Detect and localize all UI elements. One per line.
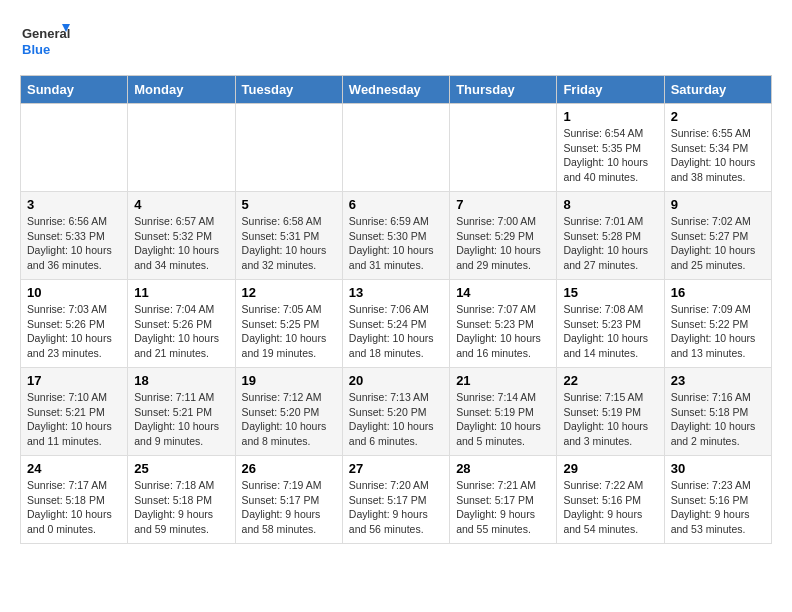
day-info: Sunrise: 7:13 AM Sunset: 5:20 PM Dayligh…	[349, 390, 443, 449]
day-number: 16	[671, 285, 765, 300]
day-cell-3: 3Sunrise: 6:56 AM Sunset: 5:33 PM Daylig…	[21, 192, 128, 280]
empty-cell	[235, 104, 342, 192]
week-row-3: 10Sunrise: 7:03 AM Sunset: 5:26 PM Dayli…	[21, 280, 772, 368]
weekday-header-tuesday: Tuesday	[235, 76, 342, 104]
week-row-4: 17Sunrise: 7:10 AM Sunset: 5:21 PM Dayli…	[21, 368, 772, 456]
svg-text:General: General	[22, 26, 70, 41]
day-cell-6: 6Sunrise: 6:59 AM Sunset: 5:30 PM Daylig…	[342, 192, 449, 280]
day-info: Sunrise: 7:02 AM Sunset: 5:27 PM Dayligh…	[671, 214, 765, 273]
day-info: Sunrise: 7:05 AM Sunset: 5:25 PM Dayligh…	[242, 302, 336, 361]
page-header: General Blue	[20, 20, 772, 65]
day-cell-16: 16Sunrise: 7:09 AM Sunset: 5:22 PM Dayli…	[664, 280, 771, 368]
day-info: Sunrise: 7:00 AM Sunset: 5:29 PM Dayligh…	[456, 214, 550, 273]
day-info: Sunrise: 6:57 AM Sunset: 5:32 PM Dayligh…	[134, 214, 228, 273]
calendar-table: SundayMondayTuesdayWednesdayThursdayFrid…	[20, 75, 772, 544]
day-number: 15	[563, 285, 657, 300]
week-row-2: 3Sunrise: 6:56 AM Sunset: 5:33 PM Daylig…	[21, 192, 772, 280]
day-cell-10: 10Sunrise: 7:03 AM Sunset: 5:26 PM Dayli…	[21, 280, 128, 368]
day-number: 11	[134, 285, 228, 300]
day-info: Sunrise: 7:10 AM Sunset: 5:21 PM Dayligh…	[27, 390, 121, 449]
day-info: Sunrise: 7:21 AM Sunset: 5:17 PM Dayligh…	[456, 478, 550, 537]
day-info: Sunrise: 7:16 AM Sunset: 5:18 PM Dayligh…	[671, 390, 765, 449]
day-cell-4: 4Sunrise: 6:57 AM Sunset: 5:32 PM Daylig…	[128, 192, 235, 280]
day-number: 3	[27, 197, 121, 212]
day-number: 18	[134, 373, 228, 388]
day-number: 5	[242, 197, 336, 212]
week-row-5: 24Sunrise: 7:17 AM Sunset: 5:18 PM Dayli…	[21, 456, 772, 544]
day-info: Sunrise: 7:17 AM Sunset: 5:18 PM Dayligh…	[27, 478, 121, 537]
day-info: Sunrise: 7:03 AM Sunset: 5:26 PM Dayligh…	[27, 302, 121, 361]
weekday-header-monday: Monday	[128, 76, 235, 104]
day-cell-1: 1Sunrise: 6:54 AM Sunset: 5:35 PM Daylig…	[557, 104, 664, 192]
empty-cell	[21, 104, 128, 192]
day-info: Sunrise: 6:54 AM Sunset: 5:35 PM Dayligh…	[563, 126, 657, 185]
day-cell-28: 28Sunrise: 7:21 AM Sunset: 5:17 PM Dayli…	[450, 456, 557, 544]
day-cell-21: 21Sunrise: 7:14 AM Sunset: 5:19 PM Dayli…	[450, 368, 557, 456]
empty-cell	[450, 104, 557, 192]
day-cell-29: 29Sunrise: 7:22 AM Sunset: 5:16 PM Dayli…	[557, 456, 664, 544]
day-cell-5: 5Sunrise: 6:58 AM Sunset: 5:31 PM Daylig…	[235, 192, 342, 280]
day-info: Sunrise: 7:12 AM Sunset: 5:20 PM Dayligh…	[242, 390, 336, 449]
day-cell-8: 8Sunrise: 7:01 AM Sunset: 5:28 PM Daylig…	[557, 192, 664, 280]
day-cell-18: 18Sunrise: 7:11 AM Sunset: 5:21 PM Dayli…	[128, 368, 235, 456]
day-info: Sunrise: 7:07 AM Sunset: 5:23 PM Dayligh…	[456, 302, 550, 361]
empty-cell	[342, 104, 449, 192]
weekday-header-sunday: Sunday	[21, 76, 128, 104]
day-cell-25: 25Sunrise: 7:18 AM Sunset: 5:18 PM Dayli…	[128, 456, 235, 544]
day-number: 17	[27, 373, 121, 388]
day-number: 30	[671, 461, 765, 476]
day-number: 19	[242, 373, 336, 388]
day-number: 29	[563, 461, 657, 476]
day-number: 20	[349, 373, 443, 388]
empty-cell	[128, 104, 235, 192]
logo-svg: General Blue	[20, 20, 70, 65]
day-info: Sunrise: 7:08 AM Sunset: 5:23 PM Dayligh…	[563, 302, 657, 361]
svg-text:Blue: Blue	[22, 42, 50, 57]
day-number: 12	[242, 285, 336, 300]
day-number: 25	[134, 461, 228, 476]
day-info: Sunrise: 7:11 AM Sunset: 5:21 PM Dayligh…	[134, 390, 228, 449]
day-info: Sunrise: 7:01 AM Sunset: 5:28 PM Dayligh…	[563, 214, 657, 273]
day-number: 10	[27, 285, 121, 300]
day-info: Sunrise: 7:18 AM Sunset: 5:18 PM Dayligh…	[134, 478, 228, 537]
day-info: Sunrise: 7:22 AM Sunset: 5:16 PM Dayligh…	[563, 478, 657, 537]
day-info: Sunrise: 7:06 AM Sunset: 5:24 PM Dayligh…	[349, 302, 443, 361]
weekday-header-wednesday: Wednesday	[342, 76, 449, 104]
logo: General Blue	[20, 20, 70, 65]
day-number: 4	[134, 197, 228, 212]
day-cell-7: 7Sunrise: 7:00 AM Sunset: 5:29 PM Daylig…	[450, 192, 557, 280]
weekday-header-friday: Friday	[557, 76, 664, 104]
day-cell-12: 12Sunrise: 7:05 AM Sunset: 5:25 PM Dayli…	[235, 280, 342, 368]
day-cell-15: 15Sunrise: 7:08 AM Sunset: 5:23 PM Dayli…	[557, 280, 664, 368]
day-number: 7	[456, 197, 550, 212]
day-cell-30: 30Sunrise: 7:23 AM Sunset: 5:16 PM Dayli…	[664, 456, 771, 544]
day-cell-19: 19Sunrise: 7:12 AM Sunset: 5:20 PM Dayli…	[235, 368, 342, 456]
day-cell-17: 17Sunrise: 7:10 AM Sunset: 5:21 PM Dayli…	[21, 368, 128, 456]
day-cell-2: 2Sunrise: 6:55 AM Sunset: 5:34 PM Daylig…	[664, 104, 771, 192]
day-info: Sunrise: 7:04 AM Sunset: 5:26 PM Dayligh…	[134, 302, 228, 361]
weekday-header-thursday: Thursday	[450, 76, 557, 104]
day-info: Sunrise: 6:59 AM Sunset: 5:30 PM Dayligh…	[349, 214, 443, 273]
day-cell-13: 13Sunrise: 7:06 AM Sunset: 5:24 PM Dayli…	[342, 280, 449, 368]
day-cell-24: 24Sunrise: 7:17 AM Sunset: 5:18 PM Dayli…	[21, 456, 128, 544]
day-cell-9: 9Sunrise: 7:02 AM Sunset: 5:27 PM Daylig…	[664, 192, 771, 280]
day-number: 28	[456, 461, 550, 476]
week-row-1: 1Sunrise: 6:54 AM Sunset: 5:35 PM Daylig…	[21, 104, 772, 192]
day-info: Sunrise: 6:55 AM Sunset: 5:34 PM Dayligh…	[671, 126, 765, 185]
day-cell-14: 14Sunrise: 7:07 AM Sunset: 5:23 PM Dayli…	[450, 280, 557, 368]
day-info: Sunrise: 7:23 AM Sunset: 5:16 PM Dayligh…	[671, 478, 765, 537]
weekday-header-row: SundayMondayTuesdayWednesdayThursdayFrid…	[21, 76, 772, 104]
day-number: 8	[563, 197, 657, 212]
day-number: 1	[563, 109, 657, 124]
day-cell-23: 23Sunrise: 7:16 AM Sunset: 5:18 PM Dayli…	[664, 368, 771, 456]
day-cell-22: 22Sunrise: 7:15 AM Sunset: 5:19 PM Dayli…	[557, 368, 664, 456]
day-cell-26: 26Sunrise: 7:19 AM Sunset: 5:17 PM Dayli…	[235, 456, 342, 544]
day-info: Sunrise: 6:56 AM Sunset: 5:33 PM Dayligh…	[27, 214, 121, 273]
day-cell-27: 27Sunrise: 7:20 AM Sunset: 5:17 PM Dayli…	[342, 456, 449, 544]
day-info: Sunrise: 7:09 AM Sunset: 5:22 PM Dayligh…	[671, 302, 765, 361]
day-cell-20: 20Sunrise: 7:13 AM Sunset: 5:20 PM Dayli…	[342, 368, 449, 456]
day-info: Sunrise: 7:19 AM Sunset: 5:17 PM Dayligh…	[242, 478, 336, 537]
day-number: 2	[671, 109, 765, 124]
day-number: 9	[671, 197, 765, 212]
day-number: 13	[349, 285, 443, 300]
